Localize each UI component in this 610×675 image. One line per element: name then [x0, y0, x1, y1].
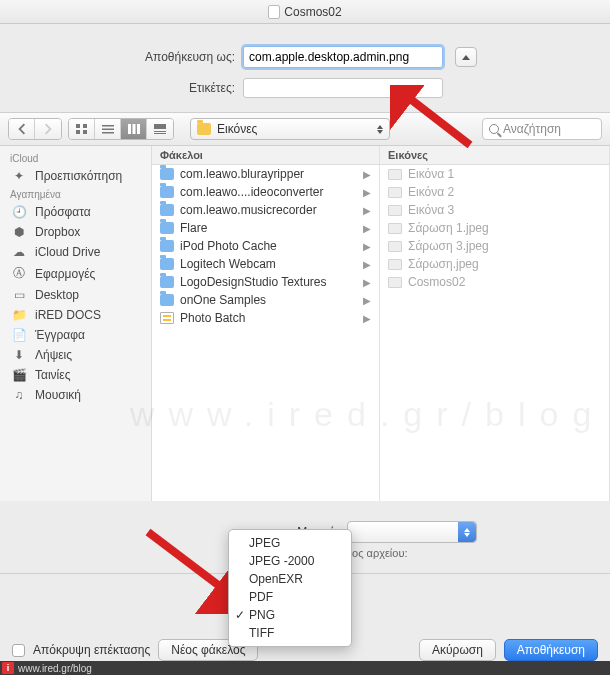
chevron-right-icon: ▶: [363, 295, 371, 306]
row-label: iPod Photo Cache: [180, 239, 277, 253]
recents-icon: 🕘: [10, 205, 28, 219]
column-view-button[interactable]: [121, 119, 147, 139]
folder-row[interactable]: Flare▶: [152, 219, 379, 237]
footer-url: www.ired.gr/blog: [18, 663, 92, 674]
file-row[interactable]: Εικόνα 3: [380, 201, 609, 219]
chevron-right-icon: ▶: [363, 259, 371, 270]
search-icon: [489, 124, 499, 134]
format-dropdown-menu[interactable]: JPEGJPEG -2000OpenEXRPDFPNGTIFF: [228, 529, 352, 647]
column-view: Φάκελοι com.leawo.blurayripper▶com.leawo…: [152, 146, 610, 501]
image-file-icon: [388, 187, 402, 198]
sidebar-item[interactable]: 🎬Ταινίες: [0, 365, 151, 385]
image-file-icon: [388, 223, 402, 234]
folder-icon: [160, 258, 174, 270]
expand-toggle-button[interactable]: [455, 47, 477, 67]
chevron-right-icon: ▶: [363, 169, 371, 180]
document-icon: [268, 5, 280, 19]
menu-item[interactable]: JPEG -2000: [229, 552, 351, 570]
svg-rect-4: [102, 125, 114, 127]
window-title: Cosmos02: [284, 5, 341, 19]
folder-icon: [160, 186, 174, 198]
desktop-icon: ▭: [10, 288, 28, 302]
folder-row[interactable]: com.leawo.musicrecorder▶: [152, 201, 379, 219]
hide-extension-label: Απόκρυψη επέκτασης: [33, 643, 150, 657]
sidebar-item[interactable]: ⒶΕφαρμογές: [0, 262, 151, 285]
menu-item[interactable]: PDF: [229, 588, 351, 606]
row-label: LogoDesignStudio Textures: [180, 275, 327, 289]
sidebar-item[interactable]: ✦Προεπισκόπηση: [0, 166, 151, 186]
folder-row[interactable]: Photo Batch▶: [152, 309, 379, 327]
view-mode-switcher[interactable]: [68, 118, 174, 140]
folder-icon: [160, 276, 174, 288]
folder-row[interactable]: Logitech Webcam▶: [152, 255, 379, 273]
menu-item[interactable]: PNG: [229, 606, 351, 624]
icloud-icon: ☁︎: [10, 245, 28, 259]
row-label: com.leawo.blurayripper: [180, 167, 304, 181]
file-row[interactable]: Cosmos02: [380, 273, 609, 291]
cancel-button[interactable]: Ακύρωση: [419, 639, 496, 661]
sidebar-item[interactable]: ♫Μουσική: [0, 385, 151, 405]
folder-icon: [160, 168, 174, 180]
browser-toolbar: Εικόνες Αναζήτηση: [0, 112, 610, 146]
chevron-right-icon: ▶: [363, 313, 371, 324]
row-label: Σάρωση 1.jpeg: [408, 221, 489, 235]
nav-back-forward[interactable]: [8, 118, 62, 140]
save-button[interactable]: Αποθήκευση: [504, 639, 598, 661]
music-icon: ♫: [10, 388, 28, 402]
sidebar-item[interactable]: 🕘Πρόσφατα: [0, 202, 151, 222]
coverflow-view-button[interactable]: [147, 119, 173, 139]
row-label: Flare: [180, 221, 207, 235]
chevron-right-icon: ▶: [363, 187, 371, 198]
row-label: Σάρωση 3.jpeg: [408, 239, 489, 253]
svg-rect-7: [128, 124, 131, 134]
sidebar-item[interactable]: ☁︎iCloud Drive: [0, 242, 151, 262]
window-titlebar: Cosmos02: [0, 0, 610, 24]
tags-input[interactable]: [243, 78, 443, 98]
image-file-icon: [388, 277, 402, 288]
sidebar-item[interactable]: 📄Έγγραφα: [0, 325, 151, 345]
row-label: Εικόνα 1: [408, 167, 454, 181]
menu-item[interactable]: TIFF: [229, 624, 351, 642]
svg-rect-9: [137, 124, 140, 134]
save-as-label: Αποθήκευση ως:: [0, 50, 235, 64]
sidebar: iCloud ✦Προεπισκόπηση Αγαπημένα 🕘Πρόσφατ…: [0, 146, 152, 501]
downloads-icon: ⬇︎: [10, 348, 28, 362]
folder-icon: [160, 204, 174, 216]
search-placeholder: Αναζήτηση: [503, 122, 561, 136]
menu-item[interactable]: OpenEXR: [229, 570, 351, 588]
back-button[interactable]: [9, 119, 35, 139]
folder-icon: [160, 294, 174, 306]
row-label: Εικόνα 2: [408, 185, 454, 199]
movies-icon: 🎬: [10, 368, 28, 382]
file-row[interactable]: Εικόνα 2: [380, 183, 609, 201]
sidebar-item[interactable]: ⬢Dropbox: [0, 222, 151, 242]
sidebar-item[interactable]: ▭Desktop: [0, 285, 151, 305]
folder-row[interactable]: onOne Samples▶: [152, 291, 379, 309]
location-popup[interactable]: Εικόνες: [190, 118, 390, 140]
info-icon: i: [2, 662, 14, 674]
svg-rect-3: [83, 130, 87, 134]
folder-row[interactable]: iPod Photo Cache▶: [152, 237, 379, 255]
folder-icon: [160, 240, 174, 252]
folder-row[interactable]: com.leawo....ideoconverter▶: [152, 183, 379, 201]
hide-extension-checkbox[interactable]: [12, 644, 25, 657]
format-popup[interactable]: [347, 521, 477, 543]
column-2: Εικόνες Εικόνα 1Εικόνα 2Εικόνα 3Σάρωση 1…: [380, 146, 610, 501]
folder-row[interactable]: LogoDesignStudio Textures▶: [152, 273, 379, 291]
list-view-button[interactable]: [95, 119, 121, 139]
file-row[interactable]: Σάρωση 3.jpeg: [380, 237, 609, 255]
file-row[interactable]: Σάρωση.jpeg: [380, 255, 609, 273]
search-field[interactable]: Αναζήτηση: [482, 118, 602, 140]
file-row[interactable]: Εικόνα 1: [380, 165, 609, 183]
icon-view-button[interactable]: [69, 119, 95, 139]
sidebar-item[interactable]: ⬇︎Λήψεις: [0, 345, 151, 365]
page-footer: i www.ired.gr/blog: [0, 661, 610, 675]
forward-button[interactable]: [35, 119, 61, 139]
file-row[interactable]: Σάρωση 1.jpeg: [380, 219, 609, 237]
folder-row[interactable]: com.leawo.blurayripper▶: [152, 165, 379, 183]
menu-item[interactable]: JPEG: [229, 534, 351, 552]
save-as-input[interactable]: [243, 46, 443, 68]
sidebar-item[interactable]: 📁iRED DOCS: [0, 305, 151, 325]
dropbox-icon: ⬢: [10, 225, 28, 239]
save-form: Αποθήκευση ως: Ετικέτες:: [0, 24, 610, 112]
